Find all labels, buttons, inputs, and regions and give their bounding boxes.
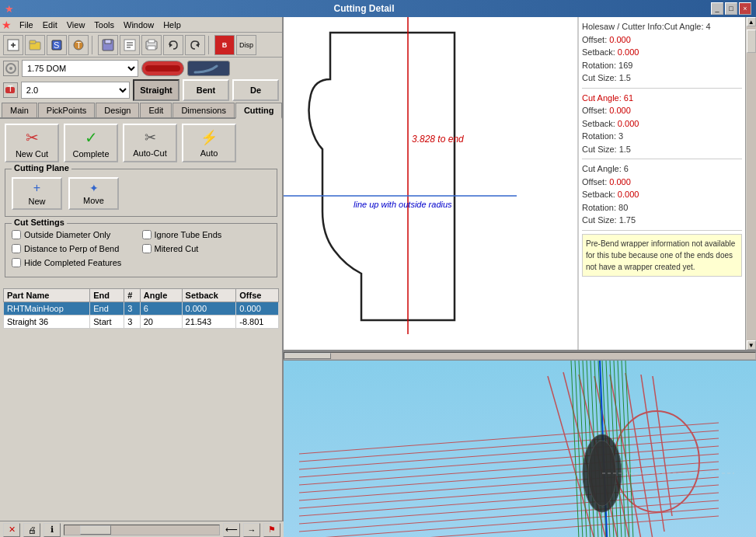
display-button[interactable]: Disp xyxy=(236,35,256,55)
scrollbar-thumb[interactable] xyxy=(80,525,111,535)
tube-icon2: T xyxy=(3,82,18,98)
checkbox-hide-completed: Hide Completed Features xyxy=(12,258,141,267)
bend-button[interactable]: B xyxy=(214,35,235,55)
open-button[interactable] xyxy=(25,35,45,55)
cut-settings-title: Cut Settings xyxy=(12,218,67,227)
menu-tools[interactable]: Tools xyxy=(89,19,119,30)
distance-perp-checkbox[interactable] xyxy=(12,244,21,253)
tube-icon1 xyxy=(3,61,19,76)
info-line-2: Offset: 0.000 xyxy=(582,33,742,47)
maximize-button[interactable]: □ xyxy=(725,2,737,15)
scroll-up-button[interactable]: ▲ xyxy=(747,17,756,26)
svg-rect-17 xyxy=(148,46,155,50)
bent-button[interactable]: Bent xyxy=(183,79,229,101)
ignore-tube-ends-checkbox[interactable] xyxy=(142,230,152,239)
app-icon: ★ xyxy=(5,3,14,15)
info-line-4: Rotation: 169 xyxy=(582,59,742,72)
undo-button[interactable] xyxy=(163,35,183,55)
new-button[interactable] xyxy=(3,35,23,55)
scroll-down-button[interactable]: ▼ xyxy=(747,340,756,350)
auto-icon: ⚡ xyxy=(200,129,218,146)
cutting-plane-actions: + New ✦ Move xyxy=(12,177,270,210)
menu-edit[interactable]: Edit xyxy=(38,19,62,30)
mitered-cut-label: Mitered Cut xyxy=(155,244,199,253)
col-end: End xyxy=(90,289,124,302)
menu-help[interactable]: Help xyxy=(159,19,186,30)
minimize-button[interactable]: _ xyxy=(711,2,723,15)
tube-visual-bent xyxy=(187,61,230,76)
move-plane-icon: ✦ xyxy=(89,182,99,194)
info-line-6: Cut Angle: 61 xyxy=(582,92,742,105)
svg-rect-4 xyxy=(30,40,36,44)
left-panel-bottom-toolbar: ✕ 🖨 ℹ ⟵ → ⚑ xyxy=(0,521,284,537)
svg-text:T: T xyxy=(76,40,82,50)
horizontal-scrollbar[interactable] xyxy=(64,525,220,535)
info-line-7: Offset: 0.000 xyxy=(582,104,742,117)
print-button[interactable] xyxy=(141,35,162,55)
tab-cutting[interactable]: Cutting xyxy=(235,103,282,119)
right-bottom-button[interactable]: → xyxy=(243,523,260,537)
menu-view[interactable]: View xyxy=(62,19,90,30)
complete-icon: ✓ xyxy=(85,128,98,147)
auto-cut-icon: ✂ xyxy=(145,129,156,146)
close-button[interactable]: × xyxy=(739,2,751,15)
info-bottom-button[interactable]: ℹ xyxy=(44,523,61,537)
export-button[interactable] xyxy=(120,35,140,55)
redo-button[interactable] xyxy=(185,35,205,55)
toolbar: S T B Disp xyxy=(0,33,282,58)
tab-pickpoints[interactable]: PickPoints xyxy=(38,103,95,117)
info-line-15: Cut Size: 1.75 xyxy=(582,214,742,227)
new-cut-button[interactable]: ✂ New Cut xyxy=(5,124,59,162)
svg-text:S: S xyxy=(54,40,59,50)
new-cut-icon: ✂ xyxy=(26,128,39,147)
menu-file[interactable]: File xyxy=(15,19,38,30)
svg-point-21 xyxy=(9,67,12,70)
flag-bottom-button[interactable]: ⚑ xyxy=(263,523,280,537)
hide-completed-checkbox[interactable] xyxy=(12,258,21,267)
straight-button[interactable]: Straight xyxy=(133,79,179,101)
tube-select1[interactable]: 1.75 DOM xyxy=(22,60,138,77)
de-button[interactable]: De xyxy=(232,79,279,101)
col-offset: Offse xyxy=(236,289,279,302)
tube-select2[interactable]: 2.0 xyxy=(21,82,130,99)
auto-cut-button[interactable]: ✂ Auto-Cut xyxy=(123,124,177,162)
table-row[interactable]: RHTMainHoop End 3 6 0.000 0.000 xyxy=(4,302,279,316)
scroll-thumb[interactable] xyxy=(747,30,756,53)
cell-setback: 21.543 xyxy=(182,316,236,329)
middle-scrollbar[interactable] xyxy=(284,351,756,361)
app-logo-icon: ★ xyxy=(2,19,12,31)
cut-settings-group: Cut Settings Outside Diameter Only Ignor… xyxy=(5,223,277,277)
move-plane-button[interactable]: ✦ Move xyxy=(68,177,119,210)
tab-dimensions[interactable]: Dimensions xyxy=(172,103,234,117)
info-content: Holesaw / Cutter Info:Cut Angle: 4 Offse… xyxy=(582,20,742,277)
complete-button[interactable]: ✓ Complete xyxy=(64,124,118,162)
tab-edit[interactable]: Edit xyxy=(140,103,172,117)
svg-marker-19 xyxy=(196,43,199,47)
menu-window[interactable]: Window xyxy=(119,19,159,30)
tab-design[interactable]: Design xyxy=(96,103,139,117)
new-plane-button[interactable]: + New xyxy=(12,177,62,210)
delete-bottom-button[interactable]: ✕ xyxy=(3,523,20,537)
settings-button[interactable]: S xyxy=(47,35,67,55)
tab-main[interactable]: Main xyxy=(2,103,37,117)
outside-diameter-checkbox[interactable] xyxy=(12,230,21,239)
view-3d xyxy=(284,361,756,537)
annotation-radius: line up with outside radius xyxy=(354,200,452,209)
move-bottom-button[interactable]: ⟵ xyxy=(223,523,240,537)
outside-diameter-label: Outside Diameter Only xyxy=(24,230,110,239)
mitered-cut-checkbox[interactable] xyxy=(142,244,152,253)
tool4-button[interactable]: T xyxy=(68,35,89,55)
cell-num: 3 xyxy=(124,316,141,329)
auto-button[interactable]: ⚡ Auto xyxy=(182,124,236,162)
info-scrollbar[interactable]: ▲ ▼ xyxy=(745,17,756,350)
table-row[interactable]: Straight 36 Start 3 20 21.543 -8.801 xyxy=(4,316,279,329)
print-bottom-button[interactable]: 🖨 xyxy=(23,523,40,537)
svg-rect-10 xyxy=(105,40,111,44)
info-warning: Pre-Bend wrapper information not availab… xyxy=(582,234,742,277)
save-button[interactable] xyxy=(98,35,118,55)
info-line-3: Setback: 0.000 xyxy=(582,46,742,59)
middle-scroll-thumb[interactable] xyxy=(284,353,331,359)
cell-angle: 6 xyxy=(140,302,182,316)
tube-selector-row1: 1.75 DOM xyxy=(0,58,282,79)
middle-scroll-track xyxy=(284,352,756,360)
